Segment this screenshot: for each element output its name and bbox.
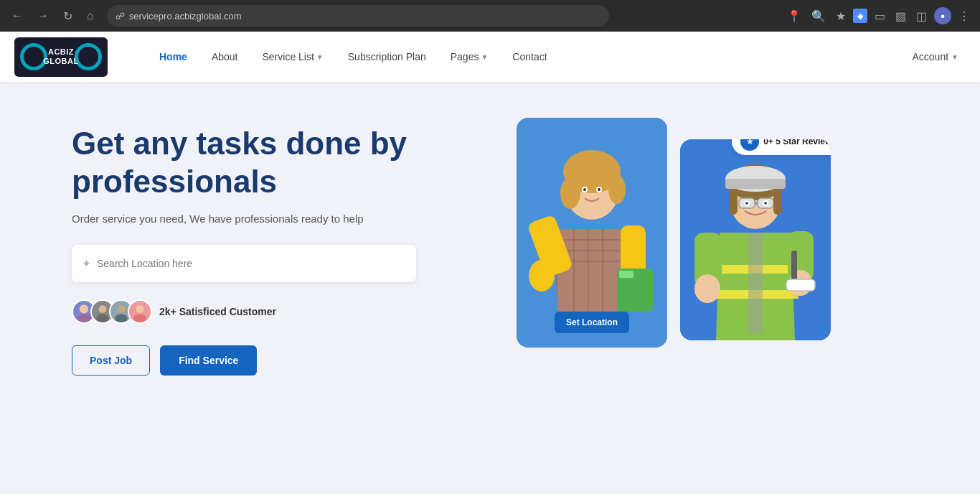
extension-icon-blue[interactable]: ◆ [853, 9, 867, 23]
account-chevron-icon: ▼ [951, 53, 958, 61]
hero-image-card-1: Set Location [517, 118, 667, 348]
post-job-button[interactable]: Post Job [72, 345, 150, 376]
star-reviews-badge: ★ 0+ 5 Star Reviews [732, 139, 831, 155]
cast-icon[interactable]: ▭ [872, 6, 888, 26]
svg-point-53 [764, 202, 767, 205]
hero-section: Get any tasks done by professionals Orde… [0, 82, 980, 397]
hero-left-content: Get any tasks done by professionals Orde… [72, 125, 488, 376]
website-content: ACBIZGLOBAL Home About Service List ▼ Su… [0, 32, 980, 494]
nav-link-contact[interactable]: Contact [504, 47, 555, 67]
svg-point-10 [133, 314, 146, 322]
pages-chevron-icon: ▼ [481, 53, 488, 61]
split-screen-icon[interactable]: ◫ [913, 6, 930, 26]
browser-action-icons: 📍 🔍 ★ ◆ ▭ ▨ ◫ ● ⋮ [784, 6, 973, 26]
svg-point-7 [115, 314, 128, 322]
svg-rect-60 [786, 279, 815, 291]
svg-rect-56 [703, 276, 710, 297]
star-reviews-text: 0+ 5 Star Reviews [763, 139, 831, 146]
svg-point-0 [80, 304, 88, 313]
url-security-icon: ☍ [116, 11, 125, 22]
hero-buttons: Post Job Find Service [72, 345, 488, 376]
customer-row: 2k+ Satisficed Customer [72, 299, 488, 324]
svg-rect-46 [725, 179, 786, 189]
location-icon[interactable]: 📍 [784, 6, 804, 26]
puzzle-icon[interactable]: ▨ [892, 6, 909, 26]
nav-link-service-list[interactable]: Service List ▼ [254, 47, 332, 67]
nav-link-home[interactable]: Home [151, 47, 196, 67]
logo[interactable]: ACBIZGLOBAL [14, 37, 108, 77]
hero-title: Get any tasks done by professionals [72, 125, 488, 201]
nav-link-about[interactable]: About [203, 47, 247, 67]
logo-text: ACBIZGLOBAL [43, 47, 78, 66]
svg-rect-14 [557, 229, 626, 322]
address-bar[interactable]: ☍ servicepro.acbizglobal.com [107, 5, 609, 27]
bookmark-star-icon[interactable]: ★ [833, 6, 849, 26]
location-pin-icon: ⌖ [83, 257, 90, 270]
search-icon[interactable]: 🔍 [809, 6, 829, 26]
svg-rect-40 [748, 233, 763, 333]
location-search-input[interactable] [97, 258, 405, 269]
hero-image-bg-2: ★ 0+ 5 Star Reviews [680, 139, 831, 340]
svg-point-9 [136, 305, 144, 313]
service-list-chevron-icon: ▼ [316, 53, 324, 61]
forward-button[interactable]: → [33, 6, 53, 25]
browser-chrome: ← → ↻ ⌂ ☍ servicepro.acbizglobal.com 📍 🔍… [0, 0, 980, 32]
navbar: ACBIZGLOBAL Home About Service List ▼ Su… [0, 32, 980, 82]
url-text: servicepro.acbizglobal.com [129, 11, 242, 22]
hero-images: Set Location ★ 0+ 5 Star Reviews [517, 118, 831, 348]
svg-point-23 [560, 177, 580, 209]
hero-subtitle: Order service you need, We have professi… [72, 213, 488, 225]
star-icon: ★ [740, 139, 759, 151]
customer-count-text: 2k+ Satisficed Customer [159, 306, 276, 317]
account-menu[interactable]: Account ▼ [913, 51, 959, 62]
set-location-badge[interactable]: Set Location [555, 312, 629, 333]
menu-icon[interactable]: ⋮ [956, 6, 973, 26]
svg-point-28 [598, 188, 600, 191]
svg-point-52 [745, 202, 748, 205]
svg-point-27 [583, 188, 586, 191]
svg-point-6 [118, 305, 126, 313]
avatar-group [72, 299, 152, 324]
nav-links: Home About Service List ▼ Subscription P… [151, 47, 913, 67]
hero-image-card-2: ★ 0+ 5 Star Reviews [680, 118, 831, 340]
back-button[interactable]: ← [7, 6, 27, 25]
find-service-button[interactable]: Find Service [160, 345, 257, 376]
account-label: Account [913, 51, 949, 62]
svg-point-24 [608, 175, 626, 204]
svg-point-1 [77, 314, 90, 322]
nav-link-subscription[interactable]: Subscription Plan [339, 47, 435, 67]
avatar-4 [128, 299, 152, 324]
nav-link-pages[interactable]: Pages ▼ [442, 47, 497, 67]
reload-button[interactable]: ↻ [59, 6, 77, 26]
location-search-bar[interactable]: ⌖ [72, 245, 416, 282]
svg-rect-34 [619, 271, 633, 278]
svg-point-4 [96, 314, 109, 322]
svg-point-30 [529, 260, 555, 292]
home-button[interactable]: ⌂ [83, 6, 98, 25]
profile-icon[interactable]: ● [934, 7, 951, 24]
svg-point-3 [99, 305, 107, 313]
hero-image-bg-1: Set Location [517, 118, 667, 348]
svg-rect-49 [755, 202, 758, 205]
